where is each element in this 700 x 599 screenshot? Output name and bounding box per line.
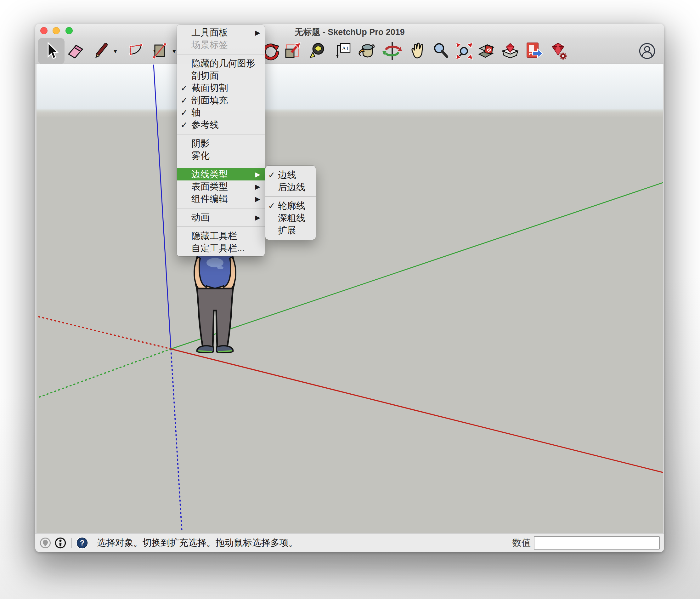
check-icon: ✓ (177, 83, 191, 93)
select-tool-button[interactable] (41, 41, 61, 61)
svg-text:?: ? (80, 539, 84, 547)
sketchup-window: 无标题 - SketchUp Pro 2019 ▼ ▼ ▼ (35, 24, 664, 552)
svg-text:A1: A1 (342, 45, 349, 51)
drawing-canvas[interactable] (36, 64, 663, 533)
submenu-item-profiles[interactable]: ✓ 轮廓线 (265, 200, 316, 212)
tape-measure-icon (308, 41, 328, 61)
ruby-box-icon (500, 41, 520, 61)
scale-tool-button[interactable] (283, 41, 303, 61)
submenu-arrow-icon: ▶ (255, 214, 260, 221)
menu-item-face-type[interactable]: 表面类型 ▶ (177, 181, 265, 193)
status-divider (71, 538, 72, 548)
line-tool-caret-icon[interactable]: ▼ (112, 48, 118, 55)
measurements-input[interactable] (534, 536, 660, 550)
zoom-extents-tool-button[interactable] (454, 41, 474, 61)
extension-warehouse-button[interactable] (548, 41, 568, 61)
paint-bucket-icon (356, 41, 376, 61)
view-menu: 工具面板 ▶ 场景标签 隐藏的几何图形 剖切面 ✓ 截面切割 ✓ 剖面填充 ✓ … (177, 25, 265, 256)
submenu-item-extension[interactable]: 扩展 (265, 224, 316, 237)
eraser-icon (66, 41, 85, 61)
eraser-tool-button[interactable] (66, 41, 85, 61)
text-a1-icon: A1 (333, 41, 353, 61)
check-icon: ✓ (265, 170, 278, 180)
menu-item-section-planes[interactable]: 剖切面 (177, 70, 265, 82)
menu-item-tool-panels[interactable]: 工具面板 ▶ (177, 26, 265, 39)
toolbar: ▼ ▼ ▼ A1 (35, 38, 664, 64)
credits-button[interactable] (55, 537, 66, 549)
menu-item-component-edit[interactable]: 组件编辑 ▶ (177, 193, 265, 205)
submenu-item-edges[interactable]: ✓ 边线 (265, 169, 316, 181)
model-panels-icon (477, 41, 497, 61)
menu-separator (177, 165, 265, 165)
menu-separator (177, 134, 265, 135)
tape-measure-tool-button[interactable] (308, 41, 328, 61)
menu-item-fog[interactable]: 雾化 (177, 150, 265, 162)
help-icon: ? (76, 536, 89, 550)
check-icon: ✓ (177, 108, 191, 118)
check-icon: ✓ (177, 120, 191, 130)
menu-separator (177, 54, 265, 54)
menu-item-animation[interactable]: 动画 ▶ (177, 211, 265, 223)
arc-tool-button[interactable] (127, 41, 148, 61)
text-tool-button[interactable]: A1 (333, 41, 353, 61)
submenu-arrow-icon: ▶ (255, 171, 260, 178)
pan-tool-button[interactable] (407, 41, 427, 61)
ruby-gear-icon (548, 41, 568, 61)
help-button[interactable]: ? (76, 536, 89, 550)
rectangle-tool-button[interactable] (150, 41, 171, 61)
status-message: 选择对象。切换到扩充选择。拖动鼠标选择多项。 (97, 537, 298, 549)
geolocation-pin-icon (40, 537, 51, 549)
title-bar: 无标题 - SketchUp Pro 2019 (35, 24, 664, 38)
menu-separator (265, 196, 316, 197)
orbit-tool-button[interactable] (382, 41, 402, 61)
submenu-item-back-edges[interactable]: 后边线 (265, 181, 316, 193)
zoom-magnifier-icon (431, 41, 451, 61)
edge-type-submenu: ✓ 边线 后边线 ✓ 轮廓线 深粗线 扩展 (265, 166, 316, 240)
menu-item-hide-toolbar[interactable]: 隐藏工具栏 (177, 230, 265, 242)
menu-separator (177, 208, 265, 209)
rectangle-icon (150, 41, 171, 61)
check-icon: ✓ (177, 95, 191, 105)
select-arrow-icon (41, 41, 61, 61)
model-info-button[interactable] (477, 41, 497, 61)
window-title: 无标题 - SketchUp Pro 2019 (35, 26, 664, 38)
submenu-arrow-icon: ▶ (255, 183, 260, 191)
menu-separator (177, 226, 265, 227)
check-icon: ✓ (265, 201, 278, 211)
pencil-icon (91, 41, 111, 61)
zoom-extents-icon (454, 41, 474, 61)
submenu-arrow-icon: ▶ (255, 195, 260, 203)
menu-item-hidden-geometry[interactable]: 隐藏的几何图形 (177, 57, 265, 70)
orbit-icon (382, 41, 402, 61)
geolocation-button[interactable] (40, 537, 51, 549)
paint-bucket-tool-button[interactable] (356, 41, 376, 61)
send-to-layout-button[interactable] (524, 41, 544, 61)
rectangle-tool-caret-icon[interactable]: ▼ (171, 48, 177, 55)
account-icon (638, 42, 656, 60)
menu-item-section-cuts[interactable]: ✓ 截面切割 (177, 82, 265, 94)
zoom-tool-button[interactable] (431, 41, 451, 61)
line-tool-button[interactable] (91, 41, 111, 61)
arc-icon (127, 41, 148, 61)
menu-item-guides[interactable]: ✓ 参考线 (177, 119, 265, 131)
menu-item-edge-type[interactable]: 边线类型 ▶ (177, 168, 265, 181)
axes-layer (36, 64, 663, 533)
pan-hand-icon (407, 41, 427, 61)
person-info-icon (55, 537, 66, 549)
account-button[interactable] (638, 42, 656, 60)
status-bar: ? 选择对象。切换到扩充选择。拖动鼠标选择多项。 数值 (35, 533, 664, 552)
menu-item-section-fill[interactable]: ✓ 剖面填充 (177, 94, 265, 106)
submenu-item-depth-cue[interactable]: 深粗线 (265, 212, 316, 224)
menu-item-scene-tabs: 场景标签 (177, 39, 265, 51)
measurements-label: 数值 (512, 537, 531, 549)
scale-figure[interactable] (189, 254, 241, 354)
layout-send-icon (524, 41, 544, 61)
menu-item-shadows[interactable]: 阴影 (177, 137, 265, 150)
menu-item-axes[interactable]: ✓ 轴 (177, 106, 265, 119)
menu-item-customize-toolbar[interactable]: 自定工具栏... (177, 242, 265, 255)
get-models-button[interactable] (500, 41, 520, 61)
submenu-arrow-icon: ▶ (255, 29, 260, 37)
scale-icon (283, 41, 303, 61)
